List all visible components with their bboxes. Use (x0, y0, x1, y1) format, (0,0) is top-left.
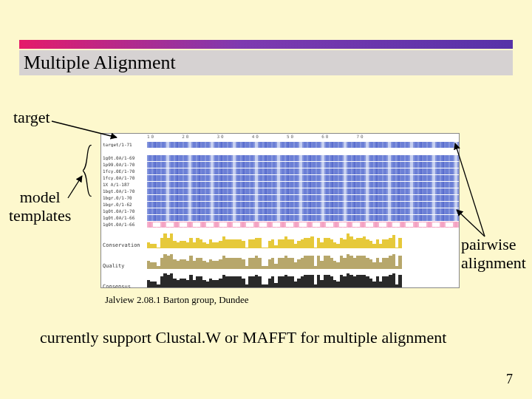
sequence-bar (147, 162, 459, 168)
sequence-bar (147, 195, 459, 201)
brace-icon (83, 145, 93, 197)
sequence-name: 1fcy.0E/1-70 (101, 168, 147, 174)
sequence-name: 1X_A/1-187 (101, 182, 147, 187)
sequence-bar (147, 208, 459, 214)
sequence-name: 1g0t.0A/1-70 (101, 208, 147, 214)
sequence-bar (147, 222, 459, 228)
sequence-row: 1g0t.0A/1-70 (101, 208, 459, 214)
sequence-bar (147, 202, 459, 208)
sequence-name: 1g0t.0A/1-69 (101, 155, 147, 160)
bar-column (258, 238, 261, 248)
consensus-track: Consensus (101, 272, 459, 288)
sequence-name: 1g0t.0A/1-66 (101, 222, 147, 227)
sequence-name: 1bgr.0/1-70 (101, 195, 147, 200)
svg-line-3 (457, 210, 485, 236)
label-model-templates: model templates (9, 188, 71, 225)
pairwise-highlight-row: 1g0t.0A/1-66 (101, 221, 459, 228)
label-pairwise-l2: alignment (461, 253, 526, 272)
bar-column (398, 275, 401, 288)
label-target: target (13, 108, 50, 127)
label-pairwise-l1: pairwise (461, 235, 516, 253)
ruler-tick: 20 (182, 134, 190, 141)
bar-column (310, 236, 313, 248)
label-pairwise-alignment: pairwise alignment (461, 235, 526, 273)
sequence-row: 1fcy.0A/1-70 (101, 174, 459, 181)
ruler-tick: 30 (216, 134, 225, 141)
sequence-name: 1bgr.0/1-62 (101, 202, 147, 207)
label-model-l2: templates (9, 206, 71, 225)
ruler-tick: 60 (321, 134, 330, 141)
sequence-row: 1bgt.0A/1-70 (101, 188, 459, 194)
sequence-row: 1bgr.0/1-70 (101, 194, 459, 201)
bar-column (398, 238, 401, 248)
accent-bar (19, 40, 513, 49)
ruler-tick: 10 (147, 134, 155, 141)
track-label-conservation: Conservation (101, 242, 147, 248)
body-text: currently support Clustal.W or MAFFT for… (40, 328, 446, 347)
sequence-name: 1g0t.0A/1-66 (101, 215, 147, 220)
sequence-row: 1g0t.0A/1-66 (101, 214, 459, 221)
track-label-quality: Quality (101, 263, 147, 269)
gap-row (101, 148, 459, 154)
sequence-bar (147, 168, 459, 174)
track-label-consensus: Consensus (101, 284, 147, 288)
quality-track: Quality (101, 251, 459, 269)
sequence-row: 1g0t.0A/1-69 (101, 154, 459, 161)
bar-column (392, 235, 395, 248)
sequence-bar (147, 175, 459, 181)
sequence-row: 1fcy.0E/1-70 (101, 168, 459, 174)
column-ruler: 10203040506070 (101, 134, 459, 141)
sequence-row: target/1-71 (101, 141, 459, 148)
conservation-track: Conservation (101, 231, 459, 248)
sequence-name: 1bgt.0A/1-70 (101, 188, 147, 194)
sequence-bar (147, 142, 459, 148)
svg-line-2 (455, 143, 485, 236)
sequence-name: 1p99.0A/1-70 (101, 162, 147, 167)
sequence-row: 1bgr.0/1-62 (101, 201, 459, 208)
sequence-bar (147, 215, 459, 221)
ruler-tick: 40 (252, 134, 260, 141)
alignment-viewer: 10203040506070 target/1-711g0t.0A/1-691p… (100, 133, 460, 288)
title-strip: Multiple Alignment (19, 50, 513, 75)
slide-title: Multiple Alignment (24, 52, 176, 74)
sequence-row: 1p99.0A/1-70 (101, 161, 459, 168)
sequence-bar (147, 188, 459, 194)
bar-column (398, 256, 401, 269)
sequence-row: 1X_A/1-187 (101, 181, 459, 188)
sequence-name: 1fcy.0A/1-70 (101, 175, 147, 180)
page-number: 7 (506, 372, 513, 387)
label-model-l1: model (20, 188, 61, 206)
ruler-tick: 50 (287, 134, 295, 141)
sequence-name: target/1-71 (101, 142, 147, 147)
sequence-bar (147, 155, 459, 161)
sequence-bar (147, 182, 459, 188)
ruler-tick: 70 (356, 134, 364, 141)
viewer-caption: Jalview 2.08.1 Barton group, Dundee (105, 294, 249, 306)
